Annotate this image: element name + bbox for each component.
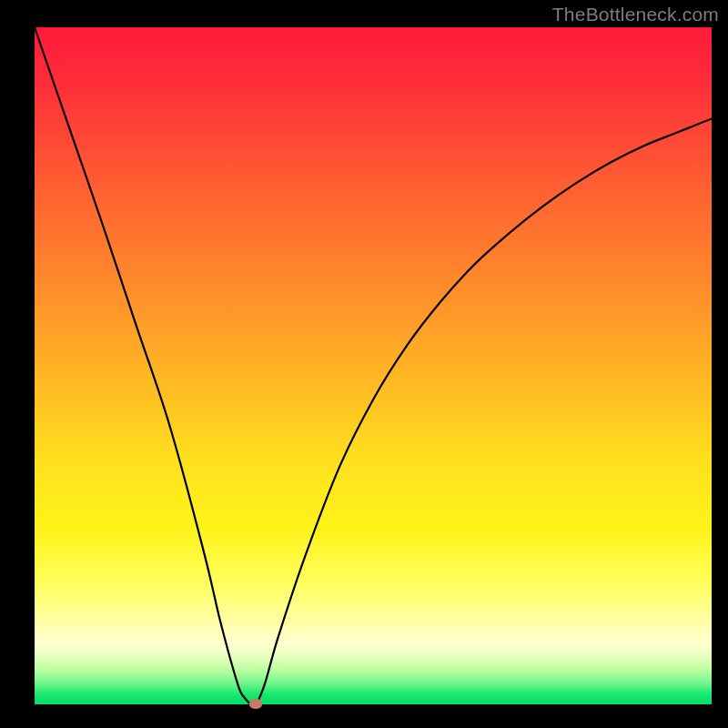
outer-frame: TheBottleneck.com xyxy=(0,0,728,728)
optimal-point-marker xyxy=(249,699,262,709)
bottleneck-curve xyxy=(35,27,712,704)
watermark-text: TheBottleneck.com xyxy=(552,4,719,25)
plot-area xyxy=(35,27,712,704)
